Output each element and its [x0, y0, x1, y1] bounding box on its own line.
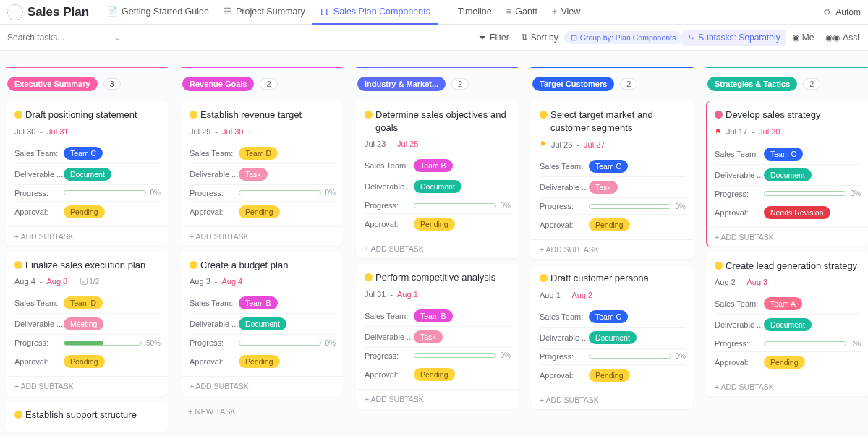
add-subtask-button[interactable]: + ADD SUBTASK: [7, 226, 168, 246]
task-card[interactable]: Draft positioning statement Jul 30-Jul 3…: [6, 101, 168, 246]
approval-pill[interactable]: Pending: [414, 368, 455, 381]
add-subtask-button[interactable]: + ADD SUBTASK: [532, 390, 693, 409]
approval-pill[interactable]: Pending: [764, 356, 805, 369]
field-label-deliverable: Deliverable ...: [190, 170, 239, 179]
task-card[interactable]: Develop sales strategy ⚑Jul 17-Jul 20 Sa…: [706, 101, 868, 247]
add-subtask-button[interactable]: + ADD SUBTASK: [357, 239, 518, 258]
end-date: Aug 3: [746, 278, 767, 286]
add-subtask-button[interactable]: + ADD SUBTASK: [182, 226, 343, 246]
new-task-button[interactable]: + NEW TASK: [181, 401, 343, 422]
column-badge[interactable]: Target Customers: [532, 77, 614, 91]
tab-view[interactable]: +View: [545, 0, 587, 25]
tab-sales-plan-components[interactable]: ⫿⫿Sales Plan Components: [312, 0, 438, 25]
progress-bar[interactable]: [239, 341, 321, 346]
progress-bar[interactable]: [239, 190, 321, 195]
add-subtask-button[interactable]: + ADD SUBTASK: [357, 389, 518, 409]
field-label-deliverable: Deliverable ...: [540, 333, 589, 342]
approval-pill[interactable]: Needs Revision: [764, 206, 830, 219]
deliverable-pill[interactable]: Document: [589, 331, 637, 344]
task-card[interactable]: Create lead generation strategy Aug 2-Au…: [706, 252, 868, 397]
approval-pill[interactable]: Pending: [589, 369, 630, 382]
deliverable-pill[interactable]: Task: [239, 168, 268, 181]
progress-bar[interactable]: [589, 204, 671, 209]
task-card[interactable]: Establish revenue target Jul 29-Jul 30 S…: [181, 101, 343, 246]
search-input[interactable]: [7, 33, 94, 43]
add-subtask-button[interactable]: + ADD SUBTASK: [532, 239, 693, 259]
team-pill[interactable]: Team B: [414, 309, 453, 322]
task-card[interactable]: Draft customer persona Aug 1-Aug 2 Sales…: [531, 265, 693, 409]
tab-label: View: [561, 7, 580, 17]
progress-bar[interactable]: [764, 191, 846, 196]
approval-pill[interactable]: Pending: [414, 218, 455, 231]
deliverable-pill[interactable]: Document: [414, 180, 461, 193]
tab-getting-started-guide[interactable]: 📄Getting Started Guide: [99, 0, 216, 25]
progress-bar[interactable]: [589, 354, 671, 359]
approval-pill[interactable]: Pending: [64, 205, 105, 218]
column-badge[interactable]: Executive Summary: [7, 77, 98, 91]
column-badge[interactable]: Industry & Market...: [357, 77, 446, 91]
end-date: Aug 8: [46, 277, 67, 286]
deliverable-pill[interactable]: Task: [589, 181, 618, 194]
add-subtask-button[interactable]: + ADD SUBTASK: [182, 376, 343, 396]
task-card[interactable]: Finalize sales execution plan Aug 4-Aug …: [6, 252, 168, 396]
approval-pill[interactable]: Pending: [239, 205, 280, 218]
task-card[interactable]: Create a budget plan Aug 3-Aug 4 Sales T…: [181, 252, 343, 396]
deliverable-pill[interactable]: Document: [64, 168, 111, 181]
column-badge[interactable]: Revenue Goals: [182, 77, 254, 91]
column-badge[interactable]: Strategies & Tactics: [707, 77, 797, 91]
subtask-icon: ⤷: [688, 33, 695, 43]
column-accent: [356, 67, 518, 68]
progress-bar[interactable]: [414, 353, 496, 358]
progress-bar[interactable]: [414, 203, 496, 208]
field-label-deliverable: Deliverable ...: [190, 320, 239, 328]
task-card[interactable]: Select target market and customer segmen…: [531, 101, 693, 259]
deliverable-pill[interactable]: Document: [764, 168, 812, 181]
tab-project-summary[interactable]: ☰Project Summary: [216, 0, 312, 25]
automations-button[interactable]: ⚙ Autom: [823, 7, 865, 17]
field-label-approval: Approval:: [540, 221, 589, 229]
add-subtask-button[interactable]: + ADD SUBTASK: [707, 377, 868, 396]
groupby-button[interactable]: ⊞Group by: Plan Components: [564, 31, 683, 44]
card-dates: Jul 31-Aug 1: [365, 290, 511, 299]
team-pill[interactable]: Team C: [764, 148, 803, 161]
assignee-button[interactable]: ◉◉Assi: [820, 30, 865, 46]
deliverable-pill[interactable]: Task: [414, 330, 443, 343]
subtasks-button[interactable]: ⤷Subtasks: Separately: [682, 30, 786, 46]
progress-bar[interactable]: [64, 190, 146, 195]
field-label-deliverable: Deliverable ...: [365, 182, 414, 191]
deliverable-pill[interactable]: Meeting: [64, 317, 103, 330]
task-card[interactable]: Perform competitive analysis Jul 31-Aug …: [356, 264, 518, 409]
approval-pill[interactable]: Pending: [239, 355, 280, 368]
add-subtask-button[interactable]: + ADD SUBTASK: [7, 376, 168, 396]
team-pill[interactable]: Team D: [239, 147, 278, 160]
task-card[interactable]: Determine sales objectives and goals Jul…: [356, 101, 518, 258]
tab-timeline[interactable]: —Timeline: [438, 0, 499, 25]
team-pill[interactable]: Team B: [239, 296, 278, 309]
add-subtask-button[interactable]: + ADD SUBTASK: [707, 227, 868, 247]
tab-label: Sales Plan Components: [333, 7, 430, 17]
progress-bar[interactable]: [64, 341, 142, 346]
field-label-progress: Progress:: [14, 189, 64, 197]
status-dot-icon: [540, 111, 548, 119]
progress-pct: 0%: [326, 339, 336, 347]
team-pill[interactable]: Team C: [589, 160, 628, 173]
team-pill[interactable]: Team C: [589, 310, 628, 323]
search-box[interactable]: ⌄: [3, 28, 126, 47]
sortby-button[interactable]: ⇅Sort by: [515, 30, 564, 46]
approval-pill[interactable]: Pending: [589, 218, 630, 231]
deliverable-pill[interactable]: Document: [239, 317, 286, 330]
field-label-team: Sales Team:: [14, 149, 64, 158]
chevron-down-icon[interactable]: ⌄: [114, 33, 122, 43]
deliverable-pill[interactable]: Document: [764, 318, 812, 331]
team-pill[interactable]: Team B: [414, 159, 453, 172]
filter-button[interactable]: ⏷Filter: [472, 30, 515, 46]
approval-pill[interactable]: Pending: [64, 355, 105, 368]
task-card[interactable]: Establish support structure: [6, 401, 168, 432]
column-count: 2: [451, 78, 469, 90]
tab-gantt[interactable]: ≡Gantt: [499, 0, 545, 25]
team-pill[interactable]: Team A: [764, 297, 802, 310]
progress-bar[interactable]: [764, 341, 846, 346]
team-pill[interactable]: Team C: [64, 147, 103, 160]
me-button[interactable]: ◉Me: [786, 30, 820, 46]
team-pill[interactable]: Team D: [64, 296, 103, 309]
